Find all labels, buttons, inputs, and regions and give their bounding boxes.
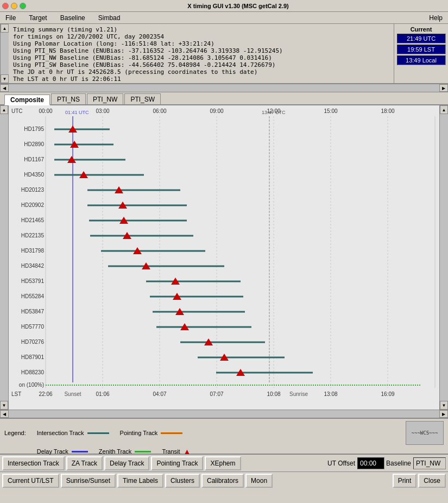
close-window-btn[interactable] (2, 3, 9, 9)
svg-text:18:00: 18:00 (381, 108, 394, 114)
window-controls (2, 3, 26, 9)
legend-intersection: Intersection Track (37, 430, 109, 436)
scroll-track (1, 33, 9, 74)
info-line-1: for timings on 12/20/2002 UTC, day 20023… (13, 33, 389, 40)
clusters-btn[interactable]: Clusters (165, 474, 200, 488)
chart-right-track (440, 114, 448, 401)
baseline-dropdown[interactable]: PTI_NW (413, 457, 446, 469)
ut-offset-label: UT Offset (327, 460, 355, 467)
h-scroll-left[interactable]: ◀ (0, 84, 9, 92)
svg-rect-0 (9, 105, 439, 410)
legend-label: Legend: (4, 430, 26, 436)
maximize-btn[interactable] (20, 3, 26, 9)
svg-text:01:41 UTC: 01:41 UTC (65, 110, 89, 115)
scroll-down-btn[interactable]: ▼ (1, 74, 9, 83)
legend-pointing-label: Pointing Track (120, 430, 158, 436)
menu-target[interactable]: Target (27, 14, 49, 22)
legend-zenith-label: Zenith Track (99, 448, 132, 455)
button-row-1: Intersection Track ZA Track Delay Track … (0, 454, 448, 471)
info-text: Timing summary (timing v1.21) for timing… (9, 24, 394, 83)
legend-delay-line (72, 451, 88, 452)
svg-text:09:00: 09:00 (210, 108, 223, 114)
tab-ptinw[interactable]: PTI_NW (87, 93, 123, 104)
chart-h-track (9, 410, 439, 418)
moon-btn[interactable]: Moon (245, 474, 273, 488)
calibrators-btn[interactable]: Calibrators (201, 474, 244, 488)
info-line-5: Using PTI_SW Baseline (ENUBias: -44.5664… (13, 61, 389, 68)
chart-svg: 00:00 03:00 06:00 09:00 12:00 15:00 18:0… (9, 105, 439, 410)
legend-transit-label: Transit (162, 448, 180, 455)
close-btn[interactable]: Close (418, 474, 446, 488)
info-line-0: Timing summary (timing v1.21) (13, 26, 389, 33)
h-scroll-track (9, 84, 439, 92)
tab-ptisw[interactable]: PTI_SW (124, 93, 161, 104)
chart-left-scroll[interactable]: ▲ ▼ (0, 105, 9, 410)
scroll-up-btn[interactable]: ▲ (1, 24, 9, 33)
legend-transit: Transit ▲ (162, 447, 191, 456)
svg-text:22:06: 22:06 (39, 391, 52, 397)
svg-text:HD57770: HD57770 (21, 324, 45, 330)
intersection-track-btn[interactable]: Intersection Track (2, 456, 65, 470)
chart-scroll-up[interactable]: ▲ (0, 105, 8, 114)
svg-text:HD88230: HD88230 (21, 369, 45, 375)
h-scroll-right[interactable]: ▶ (439, 84, 448, 92)
svg-text:HD22135: HD22135 (21, 232, 45, 238)
info-v-scroll[interactable]: ▲ ▼ (0, 24, 9, 83)
delay-track-btn[interactable]: Delay Track (104, 456, 149, 470)
svg-text:LST: LST (11, 391, 21, 397)
svg-text:HD34842: HD34842 (21, 263, 45, 269)
svg-text:HD20902: HD20902 (21, 202, 45, 208)
time-labels-btn[interactable]: Time Labels (117, 474, 163, 488)
chart-scroll-down[interactable]: ▼ (0, 401, 8, 410)
svg-text:UTC: UTC (11, 108, 23, 114)
chart-h-left[interactable]: ◀ (0, 410, 9, 418)
info-line-7: The LST at 0 hr UT is 22:06:11 (13, 76, 389, 83)
menu-simbad[interactable]: Simbad (96, 14, 123, 22)
svg-text:13:47 UTC: 13:47 UTC (262, 110, 286, 115)
baseline-label: Baseline (386, 460, 411, 467)
info-h-scroll[interactable]: ◀ ▶ (0, 84, 448, 92)
xephem-btn[interactable]: XEphem (205, 456, 241, 470)
svg-text:HD1167: HD1167 (24, 156, 44, 162)
current-utlst-btn[interactable]: Current UT/LST (2, 474, 59, 488)
info-panel: ▲ ▼ Timing summary (timing v1.21) for ti… (0, 24, 448, 84)
chart-area: ▲ ▼ 00:00 03:00 06:00 09:00 12:00 (0, 105, 448, 410)
chart-scroll-track-v (0, 114, 8, 401)
tab-ptins[interactable]: PTI_NS (51, 93, 86, 104)
current-panel: Current 21:49 UTC 19:59 LST 13:49 Local (394, 24, 448, 83)
svg-text:HD1795: HD1795 (24, 126, 44, 132)
svg-text:10:08: 10:08 (267, 391, 280, 397)
legend-row-2: Legend: Delay Track Zenith Track Transit… (4, 447, 444, 456)
legend-delay: Delay Track (37, 448, 88, 455)
minimize-btn[interactable] (11, 3, 17, 9)
local-value: 13:49 Local (397, 55, 446, 65)
legend-zenith-line (135, 451, 151, 452)
menu-baseline[interactable]: Baseline (58, 14, 87, 22)
svg-text:07:07: 07:07 (210, 391, 223, 397)
menu-help[interactable]: Help (427, 14, 445, 22)
print-btn[interactable]: Print (393, 474, 417, 488)
chart-main: 00:00 03:00 06:00 09:00 12:00 15:00 18:0… (9, 105, 439, 410)
pointing-track-btn[interactable]: Pointing Track (151, 456, 203, 470)
menu-file[interactable]: File (3, 14, 18, 22)
legend-pointing-line (161, 432, 182, 434)
svg-text:01:06: 01:06 (96, 391, 109, 397)
ut-offset-input[interactable]: 00:00 (357, 457, 384, 469)
chart-right-scroll[interactable]: ▲ ▼ (439, 105, 448, 410)
legend-intersection-line (87, 432, 109, 434)
chart-h-right[interactable]: ▶ (439, 410, 448, 418)
sunrise-sunset-btn[interactable]: Sunrise/Sunset (61, 474, 116, 488)
svg-text:on (100%): on (100%) (19, 382, 44, 388)
tab-composite[interactable]: Composite (4, 95, 50, 105)
chart-right-scroll-down[interactable]: ▼ (440, 401, 448, 410)
tab-bar: Composite PTI_NS PTI_NW PTI_SW (0, 92, 448, 105)
za-track-btn[interactable]: ZA Track (66, 456, 103, 470)
info-line-2: Using Palomar Location (long: -116:51:48… (13, 40, 389, 47)
chart-h-scroll[interactable]: ◀ ▶ (0, 410, 448, 418)
svg-text:HD55284: HD55284 (21, 293, 45, 299)
chart-right-scroll-up[interactable]: ▲ (440, 105, 448, 114)
info-line-3: Using PTI_NS Baseline (ENUBias: -37.1163… (13, 47, 389, 54)
legend-row-1: Legend: Intersection Track Pointing Trac… (4, 421, 444, 445)
utc-value: 21:49 UTC (397, 34, 446, 43)
svg-text:HD53847: HD53847 (21, 309, 45, 315)
